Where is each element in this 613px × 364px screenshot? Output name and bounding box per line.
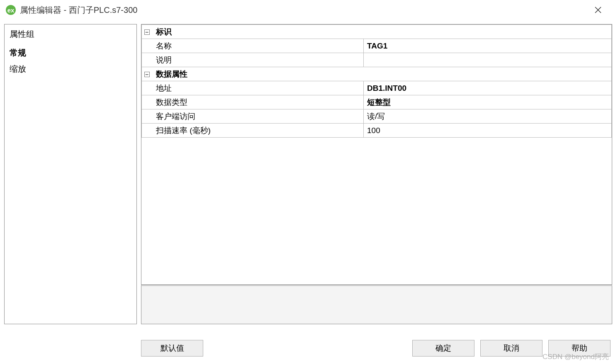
cancel-button[interactable]: 取消 [480, 340, 542, 357]
help-button[interactable]: 帮助 [548, 340, 611, 357]
sidebar: 属性组 常规 缩放 [4, 24, 137, 324]
property-value-datatype[interactable]: 短整型 [364, 95, 612, 109]
sidebar-item-scaling[interactable]: 缩放 [10, 61, 131, 77]
sidebar-item-general[interactable]: 常规 [10, 45, 131, 61]
collapse-icon[interactable]: − [144, 29, 150, 35]
property-row-client-access[interactable]: 客户端访问 读/写 [142, 109, 612, 124]
close-icon [594, 6, 602, 14]
close-button[interactable] [590, 3, 606, 17]
category-data-attributes[interactable]: − 数据属性 [142, 67, 612, 81]
category-label: 标识 [156, 27, 172, 36]
property-row-address[interactable]: 地址 DB1.INT00 [142, 81, 612, 95]
sidebar-heading: 属性组 [10, 29, 131, 40]
property-row-datatype[interactable]: 数据类型 短整型 [142, 95, 612, 109]
property-row-scan-rate[interactable]: 扫描速率 (毫秒) 100 [142, 124, 612, 138]
description-panel [141, 285, 612, 324]
property-label: 扫描速率 (毫秒) [142, 124, 364, 138]
property-label: 客户端访问 [142, 109, 364, 124]
main-panel: − 标识 名称 TAG1 说明 − 数据属性 [141, 24, 612, 324]
titlebar: ex 属性编辑器 - 西门子PLC.s7-300 [0, 0, 613, 22]
collapse-icon[interactable]: − [144, 72, 150, 77]
property-label: 名称 [142, 39, 364, 53]
category-label: 数据属性 [156, 70, 187, 78]
property-row-name[interactable]: 名称 TAG1 [142, 39, 612, 53]
property-value-scan-rate[interactable]: 100 [364, 124, 612, 138]
ok-button[interactable]: 确定 [412, 340, 474, 357]
property-row-description[interactable]: 说明 [142, 53, 612, 67]
property-value-description[interactable] [364, 53, 612, 67]
property-value-name[interactable]: TAG1 [364, 39, 612, 53]
property-value-address[interactable]: DB1.INT00 [364, 81, 612, 95]
property-value-client-access[interactable]: 读/写 [364, 109, 612, 124]
property-grid: − 标识 名称 TAG1 说明 − 数据属性 [141, 24, 612, 285]
window-title: 属性编辑器 - 西门子PLC.s7-300 [20, 5, 137, 16]
property-label: 数据类型 [142, 95, 364, 109]
button-bar: 默认值 确定 取消 帮助 [141, 337, 611, 360]
content-area: 属性组 常规 缩放 − 标识 名称 TAG1 说明 [0, 22, 613, 324]
defaults-button[interactable]: 默认值 [141, 340, 203, 357]
property-label: 说明 [142, 53, 364, 67]
app-icon: ex [6, 5, 16, 15]
property-label: 地址 [142, 81, 364, 95]
property-table: − 标识 名称 TAG1 说明 − 数据属性 [141, 24, 612, 138]
category-identification[interactable]: − 标识 [142, 25, 612, 39]
